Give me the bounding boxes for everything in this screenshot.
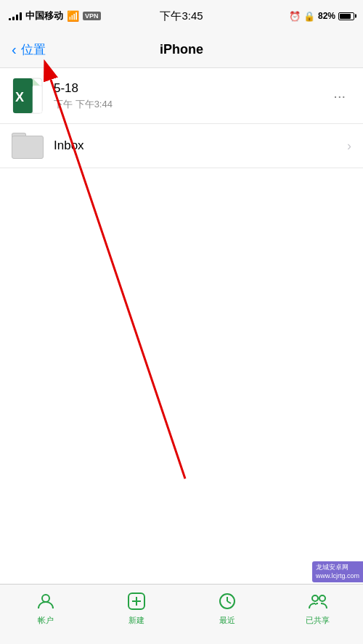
watermark: 龙城安卓网www.lcjrtg.com [312,561,363,582]
tab-item-new[interactable]: 新建 [91,590,182,626]
status-time: 下午3:45 [160,9,203,23]
file-date: 下午 下午3:44 [54,98,327,111]
tab-item-shared[interactable]: 已共享 [272,590,363,626]
file-more-button[interactable]: ··· [327,85,351,107]
svg-text:X: X [15,90,24,104]
folder-icon [12,133,44,159]
tab-label-new: 新建 [129,615,144,626]
recent-icon [216,590,238,612]
folder-item-inbox[interactable]: Inbox › [0,124,363,168]
alarm-icon: ⏰ [289,11,301,22]
battery-percent: 82% [318,11,335,21]
svg-line-13 [227,601,231,603]
file-list: X 5-18 下午 下午3:44 ··· Inbox › [0,68,363,168]
file-name: 5-18 [54,81,327,96]
svg-point-15 [319,595,325,601]
battery-icon [338,12,354,20]
tab-item-account[interactable]: 帐户 [0,590,91,626]
back-label: 位置 [21,41,46,58]
shared-icon [307,590,329,612]
back-button[interactable]: ‹ 位置 [12,41,46,58]
status-left: 中国移动 📶 VPN [9,9,101,22]
new-icon [126,590,147,612]
folder-body [12,136,44,159]
svg-rect-3 [33,86,42,113]
tab-item-recent[interactable]: 最近 [182,590,272,626]
file-info: 5-18 下午 下午3:44 [54,81,327,111]
tab-bar: 帐户 新建 最近 [0,584,363,644]
svg-point-7 [42,595,49,602]
tab-label-account: 帐户 [38,615,54,626]
tab-label-recent: 最近 [219,615,235,626]
excel-file-icon: X [12,77,44,115]
folder-chevron-icon: › [347,139,351,154]
status-right: ⏰ 🔒 82% [289,11,354,22]
carrier-label: 中国移动 [25,9,63,22]
account-icon [35,590,57,612]
nav-bar: ‹ 位置 iPhone [0,32,363,68]
back-chevron-icon: ‹ [12,41,17,58]
vpn-badge: VPN [83,12,101,20]
tab-label-shared: 已共享 [306,615,330,626]
page-title: iPhone [160,42,203,57]
signal-icon [9,12,22,20]
file-date-time: 下午3:44 [76,99,113,110]
svg-point-14 [312,595,318,601]
status-bar: 中国移动 📶 VPN 下午3:45 ⏰ 🔒 82% [0,0,363,32]
wifi-icon: 📶 [67,10,79,22]
folder-name: Inbox [54,139,347,153]
battery-fill [340,14,351,19]
file-date-label: 下午 [54,99,73,110]
file-item-excel[interactable]: X 5-18 下午 下午3:44 ··· [0,68,363,124]
lock-icon: 🔒 [303,11,315,22]
